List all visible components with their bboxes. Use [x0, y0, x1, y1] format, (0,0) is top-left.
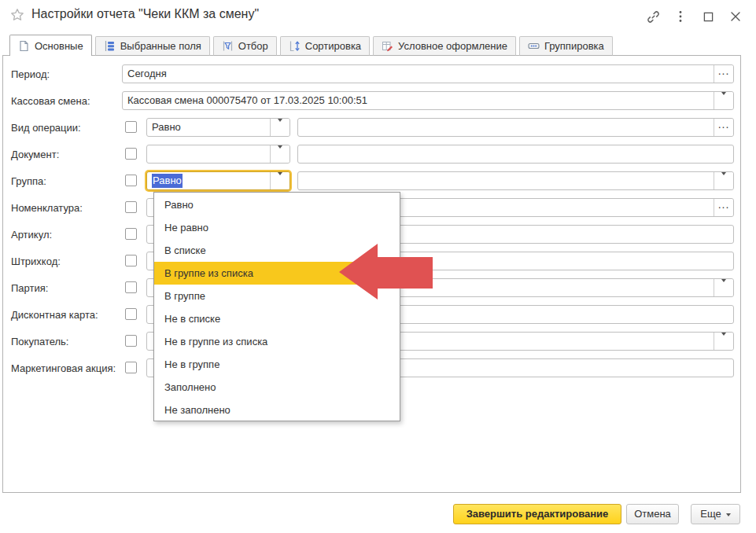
- filter-icon: [222, 40, 234, 52]
- nomenclature-checkbox[interactable]: [125, 201, 137, 213]
- tab-sorting[interactable]: Сортировка: [280, 36, 370, 56]
- barcode-label: Штрихкод:: [11, 255, 61, 267]
- dropdown-item[interactable]: Не заполнено: [154, 399, 400, 421]
- tab-label: Условное оформление: [398, 40, 507, 52]
- comparison-value: Равно: [152, 119, 267, 136]
- nomenclature-label: Номенклатура:: [11, 202, 83, 214]
- group-value-field[interactable]: [297, 171, 734, 190]
- chevron-down-icon: [278, 149, 283, 160]
- tab-label: Группировка: [544, 40, 604, 52]
- period-label: Период:: [11, 68, 50, 80]
- kebab-menu-icon[interactable]: [673, 9, 688, 24]
- cash-shift-value-field[interactable]: Кассовая смена 000075470 от 17.03.2025 1…: [122, 91, 734, 110]
- period-ellipsis-button[interactable]: ...: [714, 65, 733, 83]
- tab-conditional-formatting[interactable]: Условное оформление: [373, 36, 516, 56]
- dropdown-item[interactable]: Равно: [154, 193, 400, 216]
- tab-filter[interactable]: Отбор: [213, 36, 277, 56]
- operation-type-comparison-dropdown-button[interactable]: [270, 119, 289, 136]
- dropdown-item[interactable]: Не в списке: [154, 307, 400, 330]
- dropdown-item[interactable]: В группе: [154, 285, 400, 307]
- document-comparison-select[interactable]: [146, 145, 290, 164]
- tab-selected-fields[interactable]: Выбранные поля: [95, 36, 210, 56]
- document-checkbox[interactable]: [125, 148, 137, 160]
- discount-card-label: Дисконтная карта:: [11, 309, 98, 321]
- finish-editing-button[interactable]: Завершить редактирование: [453, 504, 621, 524]
- article-checkbox[interactable]: [125, 228, 137, 240]
- dropdown-item[interactable]: Не в группе из списка: [154, 330, 400, 353]
- chevron-down-icon: [278, 122, 283, 134]
- ellipsis-icon: ...: [718, 120, 730, 128]
- field-value: Сегодня: [127, 65, 711, 83]
- dropdown-item[interactable]: Не равно: [154, 216, 400, 239]
- window-title: Настройки отчета "Чеки ККМ за смену": [31, 7, 259, 21]
- discount-card-checkbox[interactable]: [125, 308, 137, 320]
- chevron-down-icon: [721, 175, 727, 187]
- customer-checkbox[interactable]: [125, 335, 137, 347]
- tab-label: Отбор: [238, 40, 268, 52]
- cancel-button[interactable]: Отмена: [626, 504, 679, 524]
- operation-type-comparison-select[interactable]: Равно: [146, 118, 290, 137]
- batch-checkbox[interactable]: [125, 281, 137, 293]
- group-label: Группа:: [11, 175, 46, 187]
- group-comparison-dropdown-button[interactable]: [270, 172, 289, 189]
- more-button-label: Еще: [700, 505, 721, 524]
- close-icon[interactable]: [728, 9, 743, 24]
- dropdown-item[interactable]: Не в группе: [154, 353, 400, 376]
- chevron-down-icon: [721, 95, 727, 107]
- nomenclature-ellipsis-button[interactable]: ...: [714, 199, 733, 216]
- cash-shift-label: Кассовая смена:: [11, 95, 90, 107]
- group-comparison-select[interactable]: Равно: [146, 171, 290, 190]
- group-dropdown-button[interactable]: [714, 172, 733, 189]
- comparison-value: Равно: [152, 174, 183, 188]
- maximize-icon[interactable]: [701, 9, 715, 24]
- document-value-field[interactable]: [297, 145, 734, 164]
- dropdown-item[interactable]: Заполнено: [154, 376, 400, 399]
- tab-grouping[interactable]: Группировка: [519, 36, 613, 56]
- marketing-action-checkbox[interactable]: [125, 362, 137, 373]
- operation-type-checkbox[interactable]: [125, 121, 137, 133]
- grouping-icon: [528, 40, 540, 52]
- sort-icon: [289, 40, 301, 52]
- article-label: Артикул:: [11, 229, 52, 241]
- group-checkbox[interactable]: [125, 175, 137, 186]
- operation-type-ellipsis-button[interactable]: ...: [714, 119, 733, 136]
- title-bar: Настройки отчета "Чеки ККМ за смену": [0, 0, 756, 33]
- link-icon[interactable]: [646, 9, 660, 24]
- customer-dropdown-button[interactable]: [714, 333, 733, 350]
- fields-icon: [104, 40, 116, 52]
- document-comparison-dropdown-button[interactable]: [270, 145, 289, 163]
- field-value: Кассовая смена 000075470 от 17.03.2025 1…: [127, 92, 711, 109]
- document-icon: [18, 40, 30, 52]
- document-label: Документ:: [11, 149, 59, 160]
- tab-label: Сортировка: [305, 40, 361, 52]
- conditional-formatting-icon: [382, 40, 393, 52]
- batch-label: Партия:: [11, 282, 48, 294]
- tab-label: Выбранные поля: [120, 40, 201, 52]
- favorite-star-icon[interactable]: [10, 8, 24, 22]
- operation-type-value-field[interactable]: ...: [297, 118, 734, 137]
- chevron-down-icon: [721, 282, 727, 294]
- period-value-field[interactable]: Сегодня...: [122, 64, 734, 83]
- tab-main[interactable]: Основные: [9, 35, 92, 56]
- chevron-down-icon: [726, 513, 731, 516]
- customer-label: Покупатель:: [11, 336, 68, 347]
- dropdown-item[interactable]: В списке: [154, 239, 400, 262]
- batch-dropdown-button[interactable]: [714, 279, 733, 296]
- chevron-down-icon: [278, 175, 283, 187]
- barcode-checkbox[interactable]: [125, 255, 137, 266]
- cash-shift-dropdown-button[interactable]: [714, 92, 733, 109]
- operation-type-label: Вид операции:: [11, 122, 81, 134]
- more-button[interactable]: Еще: [691, 504, 740, 524]
- ellipsis-icon: ...: [718, 200, 730, 208]
- tab-bar: ОсновныеВыбранные поляОтборСортировкаУсл…: [9, 35, 613, 56]
- comparison-dropdown-list: РавноНе равноВ спискеВ группе из спискаВ…: [153, 192, 400, 421]
- dropdown-item-highlighted[interactable]: В группе из списка: [154, 262, 400, 285]
- ellipsis-icon: ...: [718, 67, 730, 75]
- tab-label: Основные: [35, 40, 83, 52]
- chevron-down-icon: [721, 336, 727, 347]
- marketing-action-label: Маркетинговая акция:: [11, 362, 116, 374]
- window-controls: [646, 9, 743, 24]
